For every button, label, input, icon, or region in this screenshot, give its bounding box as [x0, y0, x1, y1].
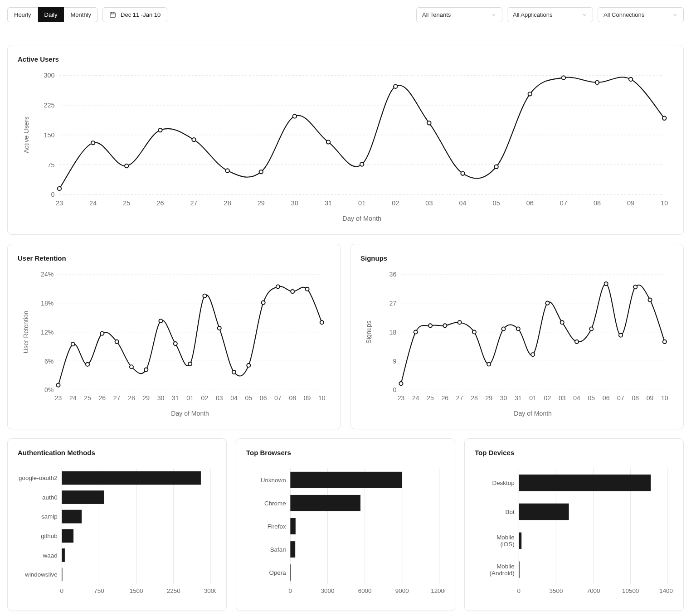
svg-text:02: 02	[544, 394, 551, 402]
svg-text:3000: 3000	[204, 587, 216, 594]
svg-text:26: 26	[99, 394, 106, 402]
svg-text:03: 03	[559, 394, 566, 402]
svg-text:6%: 6%	[44, 357, 54, 364]
calendar-icon	[109, 11, 116, 18]
monthly-button[interactable]: Monthly	[64, 7, 98, 22]
svg-text:0%: 0%	[44, 386, 54, 393]
svg-text:(iOS): (iOS)	[500, 541, 514, 548]
svg-point-86	[144, 368, 148, 371]
svg-text:30: 30	[500, 394, 507, 402]
applications-select[interactable]: All Applications	[507, 7, 593, 22]
card-title: Authentication Methods	[18, 449, 216, 456]
svg-text:25: 25	[123, 199, 130, 207]
connections-select[interactable]: All Connections	[598, 7, 684, 22]
svg-text:0: 0	[289, 587, 292, 594]
svg-rect-189	[290, 541, 295, 558]
svg-text:18%: 18%	[41, 300, 54, 307]
svg-point-131	[414, 330, 418, 334]
svg-text:31: 31	[515, 394, 522, 402]
tenants-select-label: All Tenants	[422, 11, 451, 18]
svg-rect-207	[519, 533, 521, 549]
svg-text:10: 10	[661, 199, 668, 207]
svg-text:01: 01	[529, 394, 536, 402]
svg-text:08: 08	[632, 394, 639, 402]
svg-point-36	[259, 170, 263, 174]
svg-point-47	[629, 78, 633, 81]
svg-text:Mobile: Mobile	[496, 534, 514, 541]
svg-text:Bot: Bot	[506, 509, 515, 515]
card-title: Top Browsers	[246, 449, 445, 456]
signups-chart: 0918273623242526272829303101020304050607…	[360, 268, 673, 419]
svg-text:03: 03	[425, 199, 433, 207]
svg-text:Signups: Signups	[365, 320, 372, 344]
svg-rect-183	[290, 472, 402, 488]
svg-text:14000: 14000	[659, 587, 673, 594]
svg-text:6000: 6000	[358, 587, 372, 594]
svg-text:04: 04	[230, 394, 238, 402]
svg-text:04: 04	[573, 394, 580, 402]
svg-rect-185	[290, 495, 360, 511]
svg-point-33	[158, 128, 162, 132]
svg-text:23: 23	[55, 394, 62, 402]
svg-point-132	[428, 324, 432, 327]
active-users-card: Active Users 075150225300232425262728293…	[7, 45, 684, 235]
svg-point-30	[58, 187, 61, 190]
svg-text:29: 29	[258, 199, 265, 207]
hourly-button[interactable]: Hourly	[7, 7, 38, 22]
svg-text:08: 08	[289, 394, 296, 402]
svg-point-91	[218, 326, 221, 330]
svg-text:User Retention: User Retention	[22, 310, 29, 353]
svg-point-81	[71, 342, 75, 346]
svg-text:27: 27	[190, 199, 197, 207]
topbar: Hourly Daily Monthly Dec 11 -Jan 10 All …	[7, 7, 684, 22]
svg-text:waad: waad	[43, 552, 58, 559]
svg-text:(Android): (Android)	[490, 570, 515, 577]
svg-point-144	[604, 282, 608, 286]
svg-point-137	[501, 327, 505, 330]
svg-point-87	[159, 319, 162, 323]
tenants-select[interactable]: All Tenants	[416, 7, 502, 22]
svg-text:Opera: Opera	[269, 569, 286, 576]
svg-point-142	[575, 340, 579, 344]
svg-point-40	[394, 84, 397, 88]
svg-text:06: 06	[526, 199, 534, 207]
date-range-picker[interactable]: Dec 11 -Jan 10	[102, 7, 167, 22]
svg-point-37	[293, 114, 297, 118]
date-range-label: Dec 11 -Jan 10	[121, 11, 161, 18]
svg-text:9000: 9000	[395, 587, 409, 594]
svg-text:75: 75	[47, 161, 54, 169]
svg-text:09: 09	[304, 394, 311, 402]
svg-rect-171	[62, 567, 62, 581]
svg-text:Day of Month: Day of Month	[171, 409, 209, 417]
svg-point-93	[247, 364, 250, 367]
svg-text:10500: 10500	[622, 587, 639, 594]
svg-rect-163	[62, 490, 104, 504]
svg-point-130	[399, 382, 403, 385]
card-title: Top Devices	[475, 449, 673, 456]
svg-text:27: 27	[389, 300, 397, 307]
active-users-chart: 0751502253002324252627282930310102030405…	[18, 69, 673, 224]
chevron-down-icon	[582, 12, 587, 18]
svg-point-94	[262, 301, 265, 304]
svg-text:01: 01	[358, 199, 365, 207]
svg-point-41	[427, 121, 431, 125]
svg-point-98	[320, 320, 324, 324]
svg-point-48	[662, 116, 666, 120]
daily-button[interactable]: Daily	[38, 7, 64, 22]
auth-methods-card: Authentication Methods 0750150022503000g…	[7, 438, 227, 611]
svg-text:06: 06	[603, 394, 610, 402]
svg-point-143	[589, 327, 593, 330]
svg-rect-0	[110, 13, 115, 17]
svg-point-139	[531, 353, 535, 356]
user-retention-card: User Retention 0%6%12%18%24%232425262728…	[7, 244, 341, 429]
svg-rect-169	[62, 548, 65, 562]
svg-point-45	[562, 76, 565, 79]
connections-select-label: All Connections	[603, 11, 644, 18]
svg-point-46	[595, 81, 599, 84]
svg-point-35	[225, 169, 229, 172]
svg-text:27: 27	[456, 394, 463, 402]
svg-text:23: 23	[398, 394, 405, 402]
top-browsers-chart: 030006000900012000UnknownChromeFirefoxSa…	[246, 463, 445, 601]
svg-text:07: 07	[274, 394, 282, 402]
svg-text:07: 07	[560, 199, 567, 207]
